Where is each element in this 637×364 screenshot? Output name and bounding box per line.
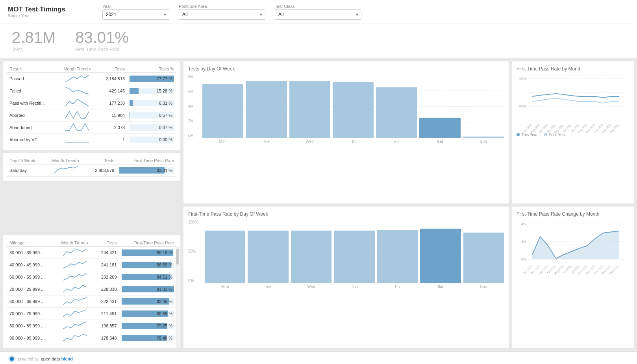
year-filter-group: Year 2021 ▾	[102, 4, 169, 20]
bar-col	[202, 84, 243, 138]
svg-marker-24	[532, 231, 619, 259]
tests-cell: 196,857	[94, 320, 119, 332]
mileage-cell: 80,000 - 89,999 ...	[7, 320, 56, 332]
col-tests-mileage: Tests	[94, 239, 119, 247]
testclass-filter-label: Test Class	[275, 4, 361, 9]
tests-by-dow-title: Tests by Day Of Week	[188, 66, 504, 72]
trend-cell	[57, 122, 97, 134]
kpi-row: 2.81M Tests 83.01% First-Time Pass Rate	[0, 24, 637, 58]
bar-col	[463, 137, 504, 138]
svg-text:80%: 80%	[519, 104, 526, 108]
bar-label: Thu	[333, 139, 374, 144]
trend-cell	[57, 109, 97, 122]
bar-label: Mon	[202, 139, 243, 144]
footer: powered by open data blend	[0, 351, 637, 364]
bar-label: Mon	[205, 285, 245, 289]
col-testspct-result: Tests %	[127, 65, 176, 73]
svg-text:0%: 0%	[521, 257, 526, 261]
tests-cell: 177,238	[97, 97, 127, 109]
tests-cell: 2,184,513	[97, 73, 127, 85]
rate-bar-cell: 80.55 %	[119, 308, 176, 320]
tests-cell: 2,808,879	[86, 164, 117, 177]
trend-cell	[56, 320, 94, 332]
y-label-8m: 8M	[188, 75, 199, 79]
mileage-cell: 30,000 - 39,999 ...	[7, 247, 56, 259]
rate-bar-cell: 82.45 %	[119, 296, 176, 308]
app-title: MOT Test Timings	[8, 6, 98, 13]
passrate-by-month-chart: 90% 80% Jan 2021 Feb 2021 Mar 2021 Apr 2…	[517, 75, 627, 130]
bar-label: Sat	[419, 139, 460, 144]
footer-powered-by: powered by	[18, 357, 39, 361]
trend-cell	[56, 283, 94, 296]
tests-cell: 2,078	[97, 122, 127, 134]
mileage-cell: 90,000 - 99,999 ...	[7, 332, 56, 344]
result-cell: Pass with Rectifi...	[7, 97, 57, 109]
postcode-filter-select[interactable]: All	[179, 9, 265, 20]
header: MOT Test Timings Single Year Year 2021 ▾…	[0, 0, 637, 24]
bar-col	[420, 229, 461, 283]
kpi-tests-value: 2.81M	[12, 30, 56, 45]
trend-cell	[56, 296, 94, 308]
bar-col	[333, 82, 374, 138]
kpi-tests-label: Tests	[12, 47, 56, 52]
rate-bar-cell: 86.69 %	[119, 259, 176, 271]
passrate-month-legend: This Year Prior Year	[517, 133, 629, 137]
pct-bar-cell: 77.77 %	[127, 73, 176, 85]
pct-bar-cell: 6.31 %	[127, 97, 176, 109]
pct-bar-cell: 0.07 %	[127, 122, 176, 134]
bar-col	[291, 231, 331, 283]
rate-bar-cell: 78.48 %	[119, 332, 176, 344]
bar-col	[334, 231, 374, 283]
svg-text:2%: 2%	[521, 240, 526, 244]
center-panel: Tests by Day Of Week 8M 6M 4M 2M 0M	[183, 61, 509, 348]
tests-cell: 429,145	[97, 85, 127, 97]
trend-cell	[57, 97, 97, 109]
scroll-indicator[interactable]	[176, 247, 180, 348]
col-passrate-mileage: First-Time Pass Rate	[119, 239, 176, 247]
bar-label: Sun	[463, 139, 504, 144]
bar-label: Sat	[420, 285, 461, 289]
kpi-passrate-value: 83.01%	[75, 30, 129, 45]
passrate-by-dow-title: First-Time Pass Rate by Day Of Week	[188, 211, 504, 217]
year-filter-label: Year	[102, 4, 169, 9]
y-label-0pct: 0%	[188, 279, 202, 283]
testclass-filter-select[interactable]: All	[275, 9, 361, 20]
dow-table: Day Of Week Month Trend ▾ Tests First-Ti…	[7, 157, 176, 177]
tests-cell: 178,548	[94, 332, 119, 344]
trend-cell	[57, 134, 97, 146]
kpi-passrate-label: First-Time Pass Rate	[75, 47, 129, 52]
mileage-cell: 60,000 - 69,999 ...	[7, 296, 56, 308]
bar-col	[419, 118, 460, 138]
col-month-trend-mileage[interactable]: Month Trend ▾	[56, 239, 94, 247]
tests-cell: 232,269	[94, 271, 119, 283]
rate-bar-cell: 84.51 %	[119, 271, 176, 283]
tests-cell: 1	[97, 134, 127, 146]
mileage-cell: 50,000 - 59,999 ...	[7, 271, 56, 283]
col-tests-dow: Tests	[86, 157, 117, 164]
passrate-by-dow-card: First-Time Pass Rate by Day Of Week 100%…	[183, 207, 509, 349]
col-month-trend-result[interactable]: Month Trend ▾	[57, 65, 97, 73]
svg-point-38	[10, 357, 14, 361]
pct-bar-cell: 0.00 %	[127, 134, 176, 146]
bar-col	[463, 233, 504, 283]
result-cell: Aborted	[7, 109, 57, 122]
trend-cell	[57, 85, 97, 97]
pct-bar-cell: 15.28 %	[127, 85, 176, 97]
right-panel: First-Time Pass Rate by Month 90% 80% Ja…	[512, 61, 634, 348]
kpi-tests: 2.81M Tests	[12, 30, 56, 52]
trend-cell	[46, 164, 86, 177]
rate-bar-cell: 83.01 %	[117, 164, 176, 177]
y-label-4m: 4M	[188, 104, 199, 109]
postcode-filter-group: Postcode Area All ▾	[179, 4, 265, 20]
main-content: Result Month Trend ▾ Tests Tests % Passe…	[0, 58, 637, 351]
trend-cell	[57, 73, 97, 85]
kpi-passrate: 83.01% First-Time Pass Rate	[75, 30, 129, 52]
bar-label: Thu	[334, 285, 374, 289]
year-filter-select[interactable]: 2021	[102, 9, 169, 20]
trend-cell	[56, 259, 94, 271]
bar-label: Tue	[248, 285, 288, 289]
rate-bar-cell: 89.19 %	[119, 247, 176, 259]
col-month-trend-dow[interactable]: Month Trend ▾	[46, 157, 86, 164]
col-mileage: Mileage	[7, 239, 56, 247]
passrate-change-chart: 4% 2% 0% Jan 2021 Feb 2021 Mar 2021 Apr …	[517, 220, 627, 283]
